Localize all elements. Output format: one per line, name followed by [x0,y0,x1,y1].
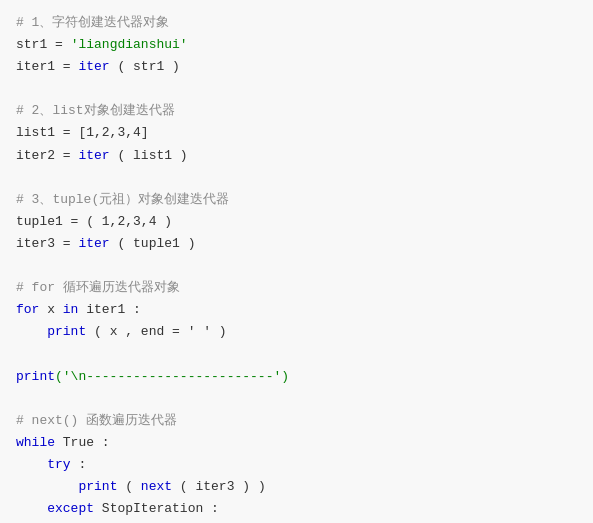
code-token: = [55,59,78,74]
code-token: tuple1 [16,214,63,229]
code-token [16,501,47,516]
code-line: # next() 函数遍历迭代器 [16,410,577,432]
code-line: # for 循环遍历迭代器对象 [16,277,577,299]
code-token: ( x , end = ' ' ) [86,324,226,339]
code-token: StopIteration : [94,501,219,516]
code-block: # 1、字符创建迭代器对象str1 = 'liangdianshui'iter1… [16,12,577,523]
code-token: ( tuple1 ) [110,236,196,251]
code-token: print [16,369,55,384]
code-line [16,388,577,410]
code-token: x [39,302,62,317]
code-line: print ( x , end = ' ' ) [16,321,577,343]
code-token: in [63,302,79,317]
code-token: while [16,435,55,450]
code-line: # 1、字符创建迭代器对象 [16,12,577,34]
code-token: = [1,2,3,4] [55,125,149,140]
code-token: = [55,236,78,251]
code-token: next [141,479,172,494]
code-token: iter [78,236,109,251]
code-token: ( str1 ) [110,59,180,74]
code-line: for x in iter1 : [16,299,577,321]
code-token: print [47,324,86,339]
code-token: for [16,302,39,317]
code-line: list1 = [1,2,3,4] [16,122,577,144]
code-token: ( iter3 ) ) [172,479,266,494]
code-token: except [47,501,94,516]
code-token: iter1 [16,59,55,74]
code-line: except StopIteration : [16,498,577,520]
code-token: 'liangdianshui' [71,37,188,52]
code-token: ('\n------------------------') [55,369,289,384]
code-line [16,78,577,100]
code-line [16,255,577,277]
code-token: list1 [16,125,55,140]
code-token: iter [78,59,109,74]
code-line [16,167,577,189]
code-token: = [55,148,78,163]
code-token: print [78,479,117,494]
code-token: try [47,457,70,472]
code-token: str1 [16,37,47,52]
code-token [16,479,78,494]
code-line: print ( next ( iter3 ) ) [16,476,577,498]
code-token: ( [117,479,140,494]
code-token: : [71,457,87,472]
code-line: tuple1 = ( 1,2,3,4 ) [16,211,577,233]
code-line: iter3 = iter ( tuple1 ) [16,233,577,255]
code-line: # 2、list对象创建迭代器 [16,100,577,122]
code-line [16,343,577,365]
code-token [16,457,47,472]
code-token: iter2 [16,148,55,163]
code-line: iter1 = iter ( str1 ) [16,56,577,78]
code-token: = ( 1,2,3,4 ) [63,214,172,229]
code-line: # 3、tuple(元祖）对象创建迭代器 [16,189,577,211]
code-token: ( list1 ) [110,148,188,163]
code-token: iter [78,148,109,163]
code-line: iter2 = iter ( list1 ) [16,145,577,167]
code-line: while True : [16,432,577,454]
code-token: iter1 : [78,302,140,317]
code-editor: # 1、字符创建迭代器对象str1 = 'liangdianshui'iter1… [0,0,593,523]
code-token: = [47,37,70,52]
code-token: True : [55,435,110,450]
code-token [16,324,47,339]
code-token: iter3 [16,236,55,251]
code-line: print('\n------------------------') [16,366,577,388]
code-line: str1 = 'liangdianshui' [16,34,577,56]
code-line: try : [16,454,577,476]
